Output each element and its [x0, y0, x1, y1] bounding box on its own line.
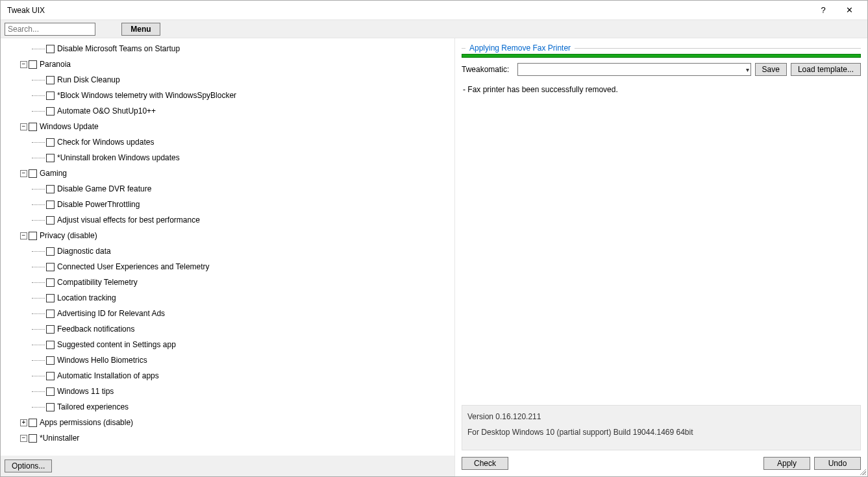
log-line: - Fax printer has been successfully remo…	[463, 85, 860, 94]
checkbox[interactable]	[46, 263, 55, 271]
tree-label: Location tracking	[57, 293, 116, 302]
checkbox[interactable]	[46, 247, 55, 256]
tree-node[interactable]: Tailored experiences	[2, 399, 454, 415]
tree-node[interactable]: Disable PowerThrottling	[2, 197, 454, 212]
tree-label: Check for Windows updates	[57, 138, 154, 147]
apply-button[interactable]: Apply	[763, 457, 810, 470]
collapse-icon[interactable]: −	[20, 232, 27, 239]
tree-label: Tailored experiences	[57, 402, 129, 411]
tree-node[interactable]: Disable Microsoft Teams on Startup	[2, 41, 454, 56]
tree-node[interactable]: Advertising ID for Relevant Ads	[2, 306, 454, 321]
checkbox[interactable]	[29, 434, 37, 443]
checkbox[interactable]	[46, 76, 55, 84]
tree-node[interactable]: −Privacy (disable)	[2, 228, 454, 243]
left-panel: Disable Microsoft Teams on Startup−Paran…	[1, 38, 455, 476]
tree-node[interactable]: Automatic Installation of apps	[2, 368, 454, 384]
tree-label: Windows 11 tips	[57, 387, 114, 396]
tree-node[interactable]: Automate O&O ShutUp10++	[2, 103, 454, 119]
tree-label: Disable PowerThrottling	[57, 200, 140, 209]
collapse-icon[interactable]: −	[20, 61, 27, 68]
checkbox[interactable]	[46, 294, 55, 302]
tree-node[interactable]: −Windows Update	[2, 119, 454, 134]
checkbox[interactable]	[46, 216, 55, 225]
tree-label: Disable Microsoft Teams on Startup	[57, 44, 180, 53]
collapse-icon[interactable]: −	[20, 123, 27, 130]
tweakomatic-combo[interactable]: ▾	[517, 63, 751, 76]
checkbox[interactable]	[46, 45, 55, 53]
toolbar: Menu	[1, 20, 867, 38]
tree-node[interactable]: −Paranoia	[2, 56, 454, 72]
tree-node[interactable]: +Apps permissions (disable)	[2, 415, 454, 430]
tweak-tree[interactable]: Disable Microsoft Teams on Startup−Paran…	[1, 38, 454, 456]
tweakomatic-label: Tweakomatic:	[462, 65, 514, 74]
tree-node[interactable]: Adjust visual effects for best performan…	[2, 212, 454, 228]
checkbox[interactable]	[46, 341, 55, 349]
tree-node[interactable]: −Gaming	[2, 165, 454, 181]
search-input[interactable]	[5, 23, 95, 36]
help-button[interactable]: ?	[810, 5, 836, 15]
os-text: For Desktop Windows 10 (partial support)…	[467, 428, 855, 437]
tree-node[interactable]: Connected User Experiences and Telemetry	[2, 259, 454, 275]
window-title: Tweak UIX	[6, 6, 810, 15]
tree-node[interactable]: Run Disk Cleanup	[2, 72, 454, 88]
checkbox[interactable]	[46, 278, 55, 287]
tree-node[interactable]: Feedback notifications	[2, 321, 454, 337]
chevron-down-icon: ▾	[746, 66, 749, 73]
collapse-icon[interactable]: −	[20, 170, 27, 177]
tree-node[interactable]: Location tracking	[2, 290, 454, 306]
expand-icon[interactable]: +	[20, 419, 27, 426]
checkbox[interactable]	[46, 185, 55, 193]
tree-node[interactable]: Compatibility Telemetry	[2, 275, 454, 290]
tree-node[interactable]: Check for Windows updates	[2, 134, 454, 150]
right-footer: Check Apply Undo	[455, 454, 867, 476]
tree-node[interactable]: Diagnostic data	[2, 243, 454, 259]
tree-label: *Uninstaller	[40, 434, 79, 443]
checkbox[interactable]	[29, 123, 37, 131]
log-area: - Fax printer has been successfully remo…	[462, 82, 861, 401]
titlebar: Tweak UIX ? ✕	[1, 1, 867, 20]
checkbox[interactable]	[46, 356, 55, 365]
checkbox[interactable]	[46, 154, 55, 162]
progress-bar	[462, 54, 861, 58]
tree-label: Paranoia	[40, 60, 71, 69]
collapse-icon[interactable]: −	[20, 435, 27, 442]
tree-node[interactable]: *Uninstall broken Windows updates	[2, 150, 454, 165]
checkbox[interactable]	[46, 403, 55, 411]
checkbox[interactable]	[46, 138, 55, 147]
checkbox[interactable]	[29, 60, 37, 69]
tree-label: *Uninstall broken Windows updates	[57, 153, 180, 162]
checkbox[interactable]	[46, 201, 55, 209]
save-button[interactable]: Save	[755, 63, 787, 76]
tree-label: Diagnostic data	[57, 247, 111, 256]
tree-label: Apps permissions (disable)	[40, 418, 133, 427]
checkbox[interactable]	[29, 169, 37, 178]
checkbox[interactable]	[46, 387, 55, 396]
checkbox[interactable]	[29, 232, 37, 240]
checkbox[interactable]	[46, 372, 55, 380]
checkbox[interactable]	[46, 92, 55, 100]
tree-node[interactable]: Windows 11 tips	[2, 384, 454, 399]
app-window: Tweak UIX ? ✕ Menu Disable Microsoft Tea…	[0, 0, 868, 477]
group-header: Applying Remove Fax Printer	[462, 43, 861, 53]
close-button[interactable]: ✕	[836, 5, 862, 15]
tree-node[interactable]: Windows Hello Biometrics	[2, 352, 454, 368]
tree-label: Privacy (disable)	[40, 231, 97, 240]
checkbox[interactable]	[46, 325, 55, 334]
tree-node[interactable]: *Block Windows telemetry with WindowsSpy…	[2, 88, 454, 103]
tree-node[interactable]: Suggested content in Settings app	[2, 337, 454, 352]
tree-node[interactable]: −*Uninstaller	[2, 430, 454, 446]
tree-label: Advertising ID for Relevant Ads	[57, 309, 165, 318]
tree-label: Suggested content in Settings app	[57, 340, 176, 349]
checkbox[interactable]	[46, 310, 55, 318]
undo-button[interactable]: Undo	[814, 457, 861, 470]
tree-node[interactable]: Disable Game DVR feature	[2, 181, 454, 197]
resize-grip[interactable]	[858, 467, 866, 475]
menu-button[interactable]: Menu	[121, 23, 160, 36]
options-button[interactable]: Options...	[5, 459, 52, 472]
checkbox[interactable]	[46, 107, 55, 116]
load-template-button[interactable]: Load template...	[791, 63, 861, 76]
right-panel: Applying Remove Fax Printer Tweakomatic:…	[455, 38, 867, 476]
tree-label: Connected User Experiences and Telemetry	[57, 262, 210, 271]
check-button[interactable]: Check	[462, 457, 508, 470]
checkbox[interactable]	[29, 419, 37, 427]
